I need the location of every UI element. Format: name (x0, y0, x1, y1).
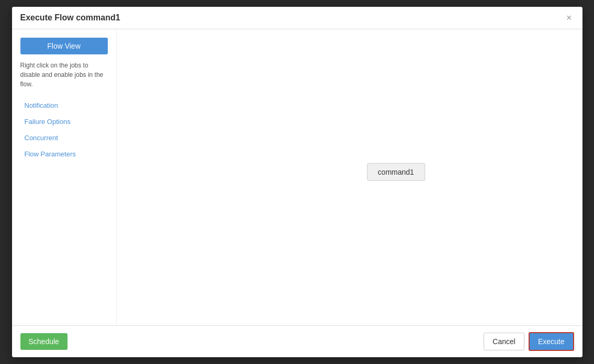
sidebar-description: Right click on the jobs to disable and e… (12, 61, 116, 97)
modal-title: Execute Flow command1 (20, 13, 120, 22)
modal-footer: Schedule Cancel Execute (12, 325, 582, 357)
flow-node-command1: command1 (367, 163, 425, 181)
flow-canvas-area: command1 (117, 29, 582, 325)
close-button[interactable]: × (564, 13, 574, 22)
flow-view-button[interactable]: Flow View (20, 38, 108, 54)
footer-right-buttons: Cancel Execute (484, 332, 574, 351)
execute-flow-modal: Execute Flow command1 × Flow View Right … (12, 7, 582, 357)
schedule-button[interactable]: Schedule (20, 333, 68, 350)
sidebar-link-notification[interactable]: Notification (12, 97, 116, 113)
modal-header: Execute Flow command1 × (12, 7, 582, 29)
modal-body: Flow View Right click on the jobs to dis… (12, 29, 582, 325)
sidebar: Flow View Right click on the jobs to dis… (12, 29, 117, 325)
execute-button[interactable]: Execute (529, 332, 574, 351)
cancel-button[interactable]: Cancel (484, 333, 524, 350)
flow-canvas: command1 (117, 29, 582, 325)
modal-overlay: Execute Flow command1 × Flow View Right … (0, 0, 594, 364)
sidebar-link-concurrent[interactable]: Concurrent (12, 130, 116, 146)
sidebar-link-failure-options[interactable]: Failure Options (12, 113, 116, 130)
sidebar-link-flow-parameters[interactable]: Flow Parameters (12, 146, 116, 162)
